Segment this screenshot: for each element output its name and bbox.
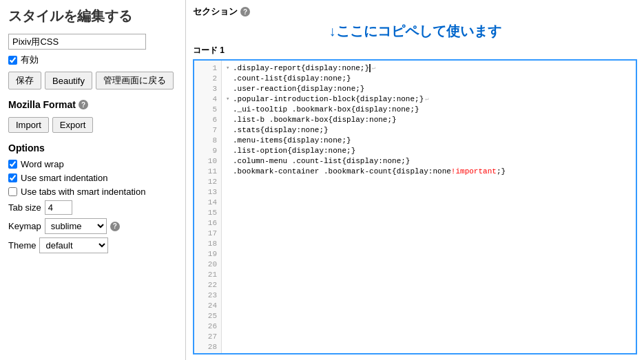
fold-arrow: [226, 290, 231, 301]
line-number: 11: [194, 167, 221, 177]
tab-size-row: Tab size: [8, 200, 177, 215]
fold-arrow[interactable]: ▾: [226, 94, 231, 105]
word-wrap-checkbox[interactable]: [8, 160, 17, 169]
code-line: [226, 352, 632, 353]
fold-arrow: [226, 177, 231, 187]
line-number: 10: [194, 156, 221, 167]
code-line: .user-reaction{display:none;}: [226, 84, 632, 94]
line-number: 29: [194, 352, 221, 353]
tab-size-input[interactable]: [45, 200, 72, 215]
tabs-smart-checkbox[interactable]: [8, 187, 17, 196]
line-number: 15: [194, 208, 221, 218]
code-line: [226, 177, 632, 187]
line-number: 13: [194, 187, 221, 198]
code-text: .display-report{display:none;}​: [233, 63, 371, 74]
code-label: コード 1: [193, 45, 637, 56]
action-buttons: 保存 Beautify 管理画面に戻る: [8, 72, 177, 89]
smart-indent-label: Use smart indentation: [21, 173, 107, 183]
line-number: 14: [194, 198, 221, 208]
mozilla-format-section: Mozilla Format ? Import Export: [8, 99, 177, 133]
mozilla-format-title: Mozilla Format ?: [8, 99, 177, 110]
smart-indent-row: Use smart indentation: [8, 173, 177, 183]
wrap-icon: ↵: [372, 63, 375, 74]
keymap-row: Keymap sublime default vim emacs ?: [8, 218, 177, 234]
code-line: [226, 260, 632, 270]
line-numbers: 1234567891011121314151617181920212223242…: [194, 61, 222, 353]
fold-arrow: [226, 125, 231, 136]
code-line: [226, 342, 632, 352]
fold-arrow: [226, 74, 231, 84]
fold-arrow: [226, 311, 231, 321]
fold-arrow: [226, 156, 231, 167]
line-number: 28: [194, 342, 221, 352]
line-number: 23: [194, 290, 221, 301]
line-number: 22: [194, 280, 221, 290]
line-number: 26: [194, 321, 221, 332]
line-number: 18: [194, 239, 221, 249]
code-line: [226, 239, 632, 249]
code-text: .stats{display:none;}: [233, 125, 329, 136]
fold-arrow: [226, 352, 231, 353]
code-line: [226, 311, 632, 321]
code-line: .list-b .bookmark-box{display:none;}: [226, 115, 632, 125]
section-help-icon[interactable]: ?: [240, 7, 250, 17]
fold-arrow[interactable]: ▾: [226, 63, 231, 74]
line-number: 3: [194, 84, 221, 94]
fold-arrow: [226, 136, 231, 146]
fold-arrow: [226, 301, 231, 311]
tab-size-label: Tab size: [8, 202, 41, 213]
export-button[interactable]: Export: [52, 117, 94, 133]
code-line: [226, 249, 632, 260]
line-number: 6: [194, 115, 221, 125]
line-number: 9: [194, 146, 221, 156]
code-text: ._ui-tooltip .bookmark-box{display:none;…: [233, 105, 419, 115]
code-text: .menu-items{display:none;}: [233, 136, 351, 146]
code-text: .list-b .bookmark-box{display:none;}: [233, 115, 397, 125]
code-line: [226, 280, 632, 290]
line-number: 19: [194, 249, 221, 260]
wrap-icon: ↵: [425, 94, 428, 105]
line-number: 16: [194, 218, 221, 229]
fold-arrow: [226, 198, 231, 208]
keymap-help-icon[interactable]: ?: [110, 222, 120, 231]
theme-label: Theme: [8, 240, 36, 251]
theme-row: Theme default monokai solarized material: [8, 237, 177, 253]
admin-button[interactable]: 管理画面に戻る: [96, 72, 174, 89]
tabs-smart-label: Use tabs with smart indentation: [21, 187, 145, 197]
line-number: 17: [194, 229, 221, 239]
smart-indent-checkbox[interactable]: [8, 173, 17, 182]
code-line: .column-menu .count-list{display:none;}: [226, 156, 632, 167]
save-button[interactable]: 保存: [8, 72, 41, 89]
code-text: .column-menu .count-list{display:none;}: [233, 156, 410, 167]
import-export-row: Import Export: [8, 117, 177, 133]
fold-arrow: [226, 239, 231, 249]
code-area[interactable]: ▾.display-report{display:none;}​↵ .count…: [222, 61, 636, 353]
style-name-input[interactable]: [8, 34, 146, 50]
code-line: ▾.popular-introduction-block{display:non…: [226, 94, 632, 105]
theme-select[interactable]: default monokai solarized material: [39, 237, 108, 253]
fold-arrow: [226, 249, 231, 260]
line-number: 12: [194, 177, 221, 187]
enabled-checkbox[interactable]: [8, 56, 17, 65]
mozilla-help-icon[interactable]: ?: [79, 100, 88, 109]
fold-arrow: [226, 332, 231, 342]
enabled-checkbox-row: 有効: [8, 54, 177, 66]
left-panel: スタイルを編集する 有効 保存 Beautify 管理画面に戻る Mozilla…: [0, 0, 186, 360]
import-button[interactable]: Import: [8, 117, 49, 133]
keymap-select[interactable]: sublime default vim emacs: [45, 218, 107, 234]
code-line: .list-option{display:none;}: [226, 146, 632, 156]
word-wrap-row: Word wrap: [8, 159, 177, 169]
code-line: [226, 208, 632, 218]
code-line: .count-list{display:none;}: [226, 74, 632, 84]
fold-arrow: [226, 84, 231, 94]
code-line: .stats{display:none;}: [226, 125, 632, 136]
code-line: ▾.display-report{display:none;}​↵: [226, 63, 632, 74]
line-number: 24: [194, 301, 221, 311]
copy-paste-hint: ↓ここにコピペして使います: [193, 22, 637, 41]
code-text: .user-reaction{display:none;}: [233, 84, 364, 94]
fold-arrow: [226, 229, 231, 239]
fold-arrow: [226, 115, 231, 125]
word-wrap-label: Word wrap: [21, 159, 64, 169]
beautify-button[interactable]: Beautify: [45, 72, 92, 89]
important-keyword: !important: [451, 167, 497, 176]
